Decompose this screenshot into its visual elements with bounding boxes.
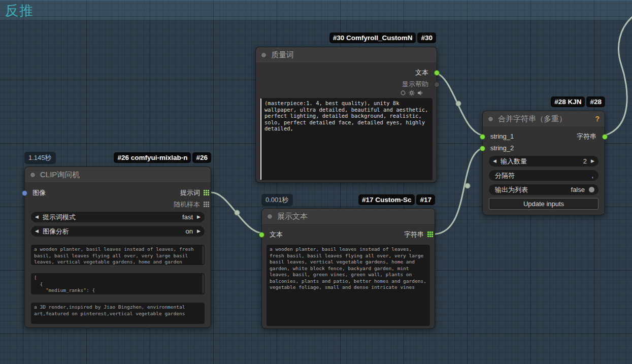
output-port-random-grid-icon[interactable]: [204, 202, 209, 207]
node-type-badge: #26 comfyui-mixlab-n: [114, 152, 191, 163]
show-text-textarea[interactable]: a wooden planter, basil leaves instead o…: [267, 245, 430, 326]
output-label-string: 字符串: [577, 131, 596, 142]
output-port-prompt-grid-icon[interactable]: [204, 190, 209, 195]
input-label-string1: string_1: [490, 131, 514, 142]
text-caret: [260, 98, 261, 180]
input-label-image: 图像: [32, 188, 46, 198]
node-title-bar[interactable]: CLIP询问机: [25, 167, 211, 182]
node-title-bar[interactable]: 合并字符串（多重） ?: [483, 111, 605, 126]
node-id-badge: #28: [586, 96, 605, 107]
node-merge-strings: 合并字符串（多重） ? string_1 字符串 string_2 ◀ 输入数量…: [482, 111, 605, 215]
speaker-icon[interactable]: [417, 90, 423, 96]
widget-label: 分隔符: [495, 171, 591, 180]
update-inputs-button[interactable]: Update inputs: [489, 198, 598, 210]
output-label-prompt: 提示词: [180, 188, 200, 198]
widget-label: 图像分析: [43, 227, 186, 236]
node-show-text: 展示文本 文本 字符串 a wooden planter, basil leav…: [261, 208, 435, 329]
widget-value: fast: [182, 213, 193, 221]
node-id-badge: #26: [192, 152, 211, 163]
combo-left-arrow-icon[interactable]: ◀: [35, 212, 39, 222]
combo-left-arrow-icon[interactable]: ◀: [493, 156, 496, 167]
output-label-random-sample: 随机样本: [174, 200, 200, 210]
output-port-show-help[interactable]: [434, 82, 440, 87]
node-id-badge: #17: [416, 194, 435, 205]
output-label-show-help: 显示帮助: [402, 79, 428, 89]
widget-prompt-mode[interactable]: ◀ 提示词模式 fast ▶: [31, 212, 205, 222]
output-port-text[interactable]: [434, 70, 440, 76]
style-textarea[interactable]: a 3D render,inspired by Jiao Bingzhen, e…: [31, 303, 205, 324]
reroute-dot[interactable]: [235, 210, 240, 215]
input-port-image[interactable]: [22, 190, 27, 196]
output-port-string-grid-icon[interactable]: [427, 231, 433, 237]
node-title: 质量词: [271, 50, 294, 60]
input-label-text: 文本: [270, 229, 283, 240]
widget-separator[interactable]: 分隔符 ,: [489, 170, 598, 181]
node-title-bar[interactable]: 展示文本: [262, 209, 435, 224]
output-label-string: 字符串: [404, 229, 424, 240]
circle-icon[interactable]: [400, 90, 406, 96]
node-title-bar[interactable]: 质量词: [256, 47, 437, 62]
node-title: 合并字符串（多重）: [498, 114, 567, 124]
json-textarea[interactable]: [ { "medium_ranks": {: [31, 273, 205, 294]
widget-value: 2: [583, 157, 587, 165]
quality-text-textarea[interactable]: (masterpiece:1. 4, best quality), unity …: [260, 98, 433, 180]
node-option-icons: [400, 90, 423, 96]
exec-time-badge: 1.145秒: [24, 152, 56, 164]
reroute-dot[interactable]: [456, 101, 461, 106]
reroute-dot[interactable]: [465, 183, 470, 188]
widget-value: false: [571, 186, 585, 193]
widget-image-analysis[interactable]: ◀ 图像分析 on ▶: [31, 226, 205, 237]
node-id-badge: #30: [417, 32, 436, 43]
toggle-dot-icon[interactable]: [589, 187, 594, 192]
widget-input-count[interactable]: ◀ 输入数量 2 ▶: [489, 156, 598, 167]
input-port-string1[interactable]: [480, 134, 485, 140]
exec-time-badge: 0.001秒: [261, 194, 293, 206]
help-question-icon[interactable]: ?: [595, 115, 600, 123]
widget-label: 提示词模式: [43, 213, 182, 222]
input-port-text[interactable]: [259, 232, 264, 238]
combo-right-arrow-icon[interactable]: ▶: [197, 212, 201, 222]
gear-icon[interactable]: [409, 90, 415, 96]
caption-textarea[interactable]: a wooden planter, basil leaves instead o…: [31, 245, 205, 265]
node-title: 展示文本: [277, 212, 308, 221]
node-clip-interrogator: CLIP询问机 图像 提示词 随机样本 ◀ 提示词模式 fast ▶ ◀ 图像分…: [24, 167, 211, 328]
input-port-string2[interactable]: [480, 146, 485, 151]
workflow-header: 反推: [0, 0, 632, 20]
output-label-text: 文本: [415, 68, 428, 78]
widget-label: 输入数量: [501, 157, 583, 166]
collapse-dot-icon[interactable]: [488, 116, 493, 122]
node-type-badge: #28 KJN: [551, 96, 585, 107]
widget-label: 输出为列表: [495, 185, 571, 194]
combo-right-arrow-icon[interactable]: ▶: [591, 156, 594, 167]
node-title: CLIP询问机: [40, 170, 80, 180]
widget-value: on: [186, 227, 193, 235]
input-label-string2: string_2: [490, 143, 514, 153]
widget-value: ,: [591, 172, 593, 179]
combo-left-arrow-icon[interactable]: ◀: [35, 226, 39, 237]
collapse-dot-icon[interactable]: [30, 172, 36, 178]
node-type-badge: #30 Comfyroll_CustomN: [329, 32, 416, 43]
output-port-string[interactable]: [602, 134, 608, 140]
collapse-dot-icon[interactable]: [261, 52, 267, 58]
workflow-title: 反推: [0, 1, 34, 20]
node-quality-words: 质量词 文本 显示帮助 (masterpiece:1. 4, best qual…: [255, 47, 437, 183]
collapse-dot-icon[interactable]: [267, 214, 273, 219]
combo-right-arrow-icon[interactable]: ▶: [197, 226, 201, 237]
widget-output-as-list[interactable]: 输出为列表 false: [489, 184, 598, 195]
node-type-badge: #17 Custom-Sc: [358, 194, 415, 205]
